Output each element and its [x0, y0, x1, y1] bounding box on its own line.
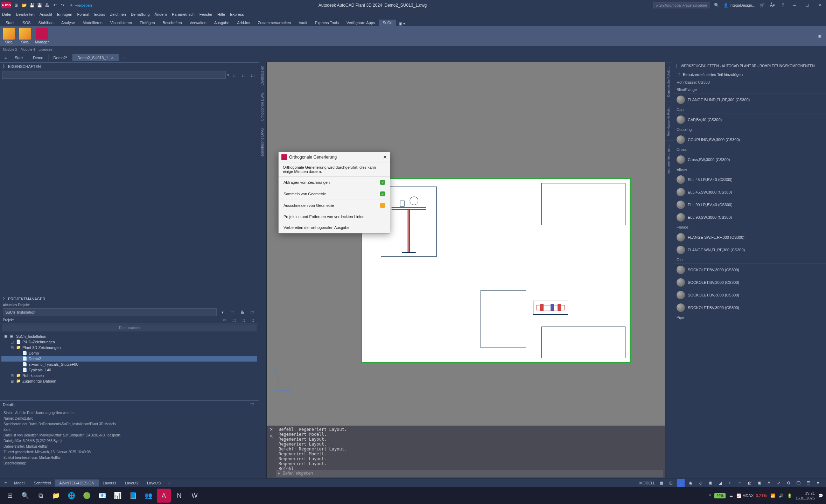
expand-icon[interactable]: ⊟ [10, 340, 15, 344]
status-lwt-icon[interactable]: ≡ [736, 479, 743, 487]
file-tab-demo2-[interactable]: Demo2* [49, 54, 73, 61]
ribbon-tab-verwalten[interactable]: Verwalten [186, 20, 210, 26]
menu-datei[interactable]: Datei [2, 12, 11, 16]
ribbon-tab-stahlbau[interactable]: Stahlbau [35, 20, 57, 26]
tree-item[interactable]: 📄Demo [1, 350, 257, 356]
layout-tab-layout2[interactable]: Layout2 [121, 479, 143, 486]
status-dyn-icon[interactable]: + [726, 479, 734, 487]
details-header[interactable]: Details ⬚ [0, 400, 259, 408]
palette-item[interactable]: ELL 90 LR,BV,40 (CS300) [673, 198, 826, 211]
expand-icon[interactable]: ⊟ [10, 373, 15, 378]
details-tool[interactable]: ⬚ [248, 401, 256, 408]
ribbon-tab-verfügbare-apps[interactable]: Verfügbare Apps [343, 20, 378, 26]
status-trn-icon[interactable]: ◐ [746, 479, 753, 487]
task-start-icon[interactable]: ⊞ [3, 489, 17, 503]
dialog-close-button[interactable]: ✕ [383, 154, 387, 160]
proj-btn-2[interactable]: ⬚ [229, 308, 236, 316]
close-button[interactable]: ✕ [815, 0, 825, 10]
search-input[interactable]: ▸ Stichwort oder Frage eingeben [653, 2, 710, 8]
command-input[interactable]: ▸ Befehl eingeben [276, 470, 663, 477]
ribbon-btn-manager[interactable]: Manager [35, 28, 49, 44]
status-3d-icon[interactable]: ▣ [706, 479, 714, 487]
ribbon-tab-beschriften[interactable]: Beschriften [159, 20, 186, 26]
maximize-button[interactable]: ☐ [802, 0, 812, 10]
palette-item[interactable]: FLANGE SW,FL,RF,300 (CS300) [673, 231, 826, 244]
ribbon-tab-add-ins[interactable]: Add-ins [233, 20, 253, 26]
qat-undo-icon[interactable]: ↶ [52, 2, 58, 8]
module-module-2[interactable]: Module 2 [3, 48, 17, 51]
proj-btn-4[interactable]: ⬚ [248, 308, 256, 316]
status-ann-icon[interactable]: A [765, 479, 773, 487]
menu-parametrisch[interactable]: Parametrisch [172, 12, 195, 16]
menu-hilfe[interactable]: Hilfe [217, 12, 225, 16]
vert-tab-orthogonale-dwg[interactable]: Orthogonale DWG [259, 89, 266, 125]
palette-item[interactable]: SOCKOLET,BV,3000 (CS300) [673, 301, 826, 314]
drawing-canvas[interactable] [267, 62, 665, 426]
apps-icon[interactable]: Å▾ [769, 2, 776, 8]
task-search-icon[interactable]: 🔍 [18, 489, 32, 503]
properties-panel-header[interactable]: 》 EIGENSCHAFTEN [0, 62, 259, 70]
palette-item[interactable]: ELL 45,SW,3000 (CS300) [673, 186, 826, 198]
palette-item[interactable]: FLANGE BLIND,FL,RF,300 (CS300) [673, 93, 826, 106]
vert-tab-isometrische-dwg[interactable]: Isometrische DWG [259, 125, 266, 161]
qat-open-icon[interactable]: 📂 [21, 2, 27, 8]
tree-item[interactable]: 📄Typicals_140 [1, 367, 257, 373]
cart-icon[interactable]: 🛒 [759, 2, 765, 8]
palette-item[interactable]: ELL 45 LR,BV,40 (CS300) [673, 173, 826, 186]
proj-btn-3[interactable]: 🖶 [238, 308, 246, 316]
tray-stock[interactable]: 📈 MDAX -0,21% [736, 493, 767, 498]
user-menu[interactable]: 👤 IntegaDesign... [723, 3, 755, 8]
proj-btn-1[interactable]: ▾ [219, 308, 226, 316]
project-manager-header[interactable]: 》 PROJEKTMANAGER [0, 295, 259, 302]
module-module-4[interactable]: Module 4 [21, 48, 35, 51]
prop-btn-2[interactable]: ⬚ [240, 71, 247, 79]
tree-item[interactable]: ⊟📁Rohrklassen [1, 373, 257, 378]
palette-vtab[interactable]: Dynamische Rohrkl... [665, 62, 673, 101]
palette-add-custom[interactable]: ⬚ Benutzerdefiniertes Teil hinzufügen [673, 70, 826, 79]
properties-object-combo[interactable] [2, 71, 226, 79]
task-app3-icon[interactable]: W [188, 489, 202, 503]
menu-express[interactable]: Express [230, 12, 244, 16]
status-ws-icon[interactable]: ⚙ [785, 479, 792, 487]
tray-wifi-icon[interactable]: 📶 [770, 493, 775, 498]
tray-power-icon[interactable]: 🔋 [787, 493, 792, 498]
task-word-icon[interactable]: 📘 [126, 489, 140, 503]
ribbon-tab-einfügen[interactable]: Einfügen [136, 20, 158, 26]
ribbon-tab-ausgabe[interactable]: Ausgabe [211, 20, 233, 26]
palette-item[interactable]: SOCKOLET,BV,3000 (CS300) [673, 276, 826, 289]
menu-einfügen[interactable]: Einfügen [57, 12, 72, 16]
menu-format[interactable]: Format [77, 12, 89, 16]
dialog-titlebar[interactable]: Orthogonale Generierung ✕ [279, 152, 390, 162]
status-scale-icon[interactable]: ⤢ [775, 479, 783, 487]
project-search[interactable]: Durchsuchen [2, 324, 257, 331]
task-explorer-icon[interactable]: 📁 [49, 489, 63, 503]
file-tab-demo[interactable]: Demo [28, 54, 48, 61]
palette-item[interactable]: CAP,BV,40 (CS300) [673, 113, 826, 126]
file-tabs-menu-icon[interactable]: ≡ [1, 54, 10, 62]
menu-zeichnen[interactable]: Zeichnen [110, 12, 126, 16]
palette-item[interactable]: FLANGE WN,FL,RF,300 (CS300) [673, 244, 826, 256]
menu-bearbeiten[interactable]: Bearbeiten [16, 12, 35, 16]
tree-item[interactable]: ⊟📁Plant 3D-Zeichnungen [1, 345, 257, 350]
qat-plot-icon[interactable]: 🖶 [44, 2, 50, 8]
cmd-close-icon[interactable]: ✕ [270, 427, 273, 432]
task-app2-icon[interactable]: N [172, 489, 186, 503]
status-model[interactable]: MODELL [639, 481, 655, 485]
ribbon-tab-isos[interactable]: ISOS [18, 20, 34, 26]
tray-chevron-icon[interactable]: ^ [709, 493, 711, 498]
close-icon[interactable]: ✕ [111, 56, 114, 60]
collapse-icon[interactable]: 》 [676, 64, 679, 69]
status-more-icon[interactable]: ▾ [814, 479, 822, 487]
layout-tab-modell[interactable]: Modell [10, 479, 29, 486]
ribbon-tab-analyse[interactable]: Analyse [58, 20, 78, 26]
tree-item[interactable]: 📄Demo2 [1, 356, 257, 362]
status-mon-icon[interactable]: 🖵 [794, 479, 802, 487]
task-chrome-icon[interactable]: 🟢 [80, 489, 94, 503]
menu-ändern[interactable]: Ändern [155, 12, 167, 16]
tree-item[interactable]: ⊟📁Zugehörige Dateien [1, 378, 257, 384]
ribbon-tab-start[interactable]: Start [2, 20, 17, 26]
ribbon-tab-zusammenarbeiten[interactable]: Zusammenarbeiten [254, 20, 295, 26]
expand-icon[interactable]: ⊟ [10, 345, 15, 350]
status-osnap-icon[interactable]: ◇ [696, 479, 704, 487]
proj-tool-2[interactable]: ⬚ [230, 316, 238, 324]
